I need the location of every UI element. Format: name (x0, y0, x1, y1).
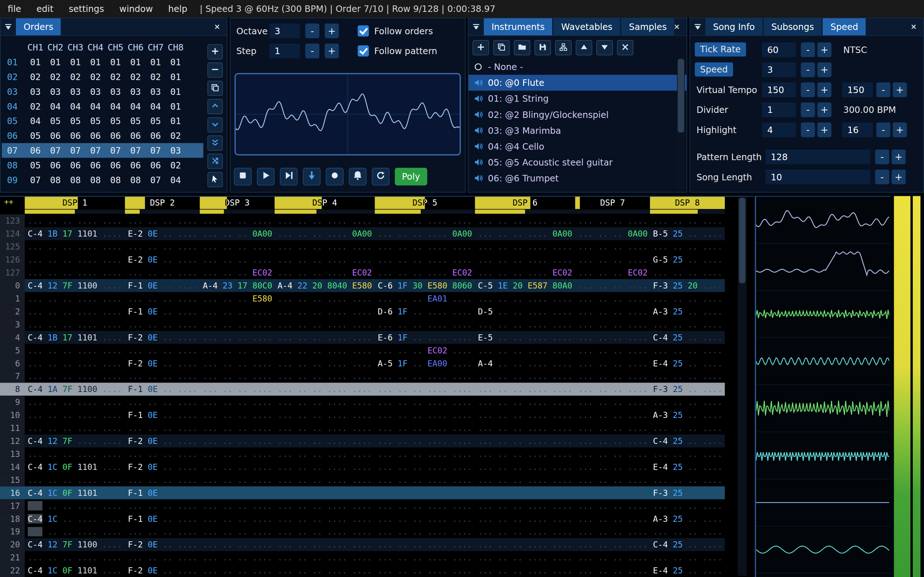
pattern-cell[interactable]: ... .. .. .... (650, 474, 725, 487)
highlight-first-input[interactable]: 4 (762, 122, 796, 137)
order-cell[interactable]: 03 (145, 86, 166, 97)
pattern-cell[interactable]: ... .. .. .... (125, 551, 200, 564)
order-row[interactable]: 080506060606060602 (2, 158, 203, 173)
tab-subsongs[interactable]: Subsongs (764, 18, 822, 35)
pattern-cell[interactable]: ... .. .. .... (575, 253, 650, 266)
pattern-cell[interactable]: ... .. .. .... .... (375, 422, 475, 435)
order-cell[interactable]: 05 (45, 116, 66, 126)
pattern-row[interactable]: 3... .. .. .... ....... .. .. ....... ..… (0, 318, 725, 331)
pattern-cell[interactable]: ... .. .. .... (200, 448, 274, 461)
play-pattern-button[interactable] (280, 168, 298, 185)
order-cell[interactable]: 01 (126, 57, 146, 68)
pattern-cell[interactable]: ... .. .. .... (575, 214, 650, 227)
pattern-cell[interactable]: ... .. .. .... .... (25, 305, 125, 318)
virtual-tempo-denominator-input[interactable]: 150 (842, 82, 873, 97)
order-cell[interactable]: 05 (65, 116, 86, 126)
pattern-cell[interactable]: ... .. .. .... (200, 396, 274, 409)
pattern-cell[interactable]: ... .. .. .... .... (275, 370, 375, 383)
pattern-cell[interactable]: C-6 1F 30 E580 8060 (375, 279, 475, 292)
pattern-cell[interactable]: ... .. .. .... .... (275, 474, 375, 487)
pattern-cell[interactable]: ... .. .. .... (650, 344, 725, 357)
pattern-cell[interactable]: ... .. .. .... .... (475, 292, 575, 305)
pattern-cell[interactable]: ... .. .. .... (200, 487, 274, 500)
pattern-cell[interactable]: ... .. .. .... .... (375, 318, 475, 331)
pattern-cell[interactable]: C-4 1C 0F 1101 .... (25, 564, 125, 577)
order-cell[interactable]: 01 (45, 57, 66, 68)
highlight-second-decrease-button[interactable]: - (876, 122, 890, 137)
pattern-cell[interactable]: ... .. .. .... (650, 214, 725, 227)
pattern-length-input[interactable]: 128 (766, 150, 871, 164)
pattern-cell[interactable]: ... .. .. .... (200, 331, 274, 344)
pattern-cell[interactable]: A-3 25 .. .... (650, 305, 725, 318)
scrollbar-thumb[interactable] (678, 59, 684, 132)
tick-rate-increase-button[interactable]: + (817, 43, 831, 57)
order-cell[interactable]: 06 (65, 160, 86, 170)
step-decrease-button[interactable]: - (305, 44, 320, 58)
channel-header-4[interactable]: DSP 4DSP 4 (275, 197, 375, 214)
pattern-row[interactable]: 8C-4 1A 7F 1100 ....F-1 0E .. ....... ..… (0, 383, 725, 396)
metronome-button[interactable] (349, 168, 367, 185)
order-cell[interactable]: 06 (45, 160, 66, 170)
pattern-cell[interactable]: ... .. .. .... .... (275, 344, 375, 357)
channel-header-6[interactable]: DSP 6DSP 6 (475, 197, 575, 214)
instrument-list-item[interactable]: 04: @4 Cello (468, 139, 687, 154)
pattern-cell[interactable]: ... .. .. .... .... (375, 253, 475, 266)
order-cell[interactable]: 05 (105, 116, 126, 126)
pattern-cell[interactable]: ... .. .. .... .... (25, 370, 125, 383)
pattern-cell[interactable]: ... .. .. .... (650, 240, 725, 253)
pattern-cell[interactable]: ... .. .. .... (200, 409, 274, 422)
pattern-cell[interactable]: ... .. .. .... .... (475, 240, 575, 253)
pattern-cell[interactable]: ... .. .. .... .... (375, 499, 475, 512)
order-cell[interactable]: 03 (25, 86, 45, 97)
pattern-cell[interactable]: ... .. .. .... (575, 396, 650, 409)
pattern-cell[interactable]: F-2 0E .. .... (125, 435, 200, 448)
order-cell[interactable]: 05 (86, 116, 106, 126)
pattern-cell[interactable]: ... .. .. .... (650, 422, 725, 435)
pattern-cell[interactable]: C-4 12 7F 1100 .... (25, 538, 125, 551)
channel-header-5[interactable]: DSP 5DSP 5 (375, 197, 475, 214)
order-cell[interactable]: 02 (45, 71, 66, 82)
instrument-move-down-button[interactable] (596, 40, 613, 55)
pattern-cell[interactable]: ... .. .. .... .... (475, 409, 575, 422)
pattern-cell[interactable]: ... .. .. .... (125, 370, 200, 383)
order-cell[interactable]: 06 (105, 131, 126, 141)
pattern-cell[interactable]: ... .. .. EA01 .... (375, 292, 475, 305)
pattern-cell[interactable]: ... .. .. .... (575, 305, 650, 318)
pattern-cell[interactable]: ... .. .. .... .... (475, 551, 575, 564)
pattern-row[interactable]: 123... .. .. .... ....... .. .. ....... … (0, 214, 725, 227)
pattern-cell[interactable]: ... .. .. 0A00 (200, 227, 274, 240)
pattern-cell[interactable]: ... .. .. .... .... (475, 214, 575, 227)
order-cell[interactable]: 02 (145, 71, 166, 82)
pattern-row[interactable]: 1... .. .. .... ....... .. .. ....... ..… (0, 292, 725, 305)
pattern-cell[interactable]: ... .. .. .... (200, 474, 274, 487)
order-cell[interactable]: 08 (65, 174, 86, 185)
pattern-cell[interactable]: ... .. .. 0A00 (575, 227, 650, 240)
instrument-list-item[interactable]: 00: @0 Flute (468, 75, 687, 90)
order-row[interactable]: 030303030303030301 (2, 84, 203, 99)
pattern-cell[interactable]: ... .. .. .... (200, 461, 274, 474)
instrument-list-item[interactable]: 05: @5 Acoustic steel guitar (468, 154, 687, 170)
pattern-cell[interactable]: ... .. .. .... (575, 383, 650, 396)
pattern-row[interactable]: 0C-4 12 7F 1100 ....F-1 0E .. ....A-4 23… (0, 279, 725, 292)
move-order-up-button[interactable] (208, 99, 223, 114)
pattern-cell[interactable]: ... .. .. .... .... (475, 383, 575, 396)
pattern-cell[interactable]: ... .. .. .... .... (475, 499, 575, 512)
pattern-cell[interactable]: ... .. .. .... (650, 551, 725, 564)
instrument-list-item[interactable]: 01: @1 String (468, 90, 687, 106)
menu-window[interactable]: window (111, 0, 160, 18)
pattern-cell[interactable]: ... .. .. .... (125, 396, 200, 409)
pattern-cell[interactable]: ... .. .. .... (200, 344, 274, 357)
speed-input[interactable]: 3 (762, 62, 796, 77)
pattern-cell[interactable]: B-5 25 .. .... (650, 227, 725, 240)
pattern-cell[interactable]: ... .. .. .... .... (25, 448, 125, 461)
channel-header-1[interactable]: DSP 1DSP 1 (25, 197, 125, 214)
remove-order-button[interactable] (208, 62, 223, 77)
order-row[interactable]: 010101010101010101 (2, 55, 203, 69)
pattern-cell[interactable]: ... .. .. .... (575, 499, 650, 512)
pattern-cell[interactable]: ... .. .. .... .... (275, 525, 375, 538)
highlight-second-input[interactable]: 16 (842, 122, 873, 137)
pattern-cell[interactable]: ... .. .. .... .... (25, 357, 125, 370)
pattern-cell[interactable]: ... .. .. EC02 (200, 266, 274, 279)
pattern-cell[interactable]: ... .. .. .... .... (475, 344, 575, 357)
order-cell[interactable]: 07 (145, 145, 166, 155)
